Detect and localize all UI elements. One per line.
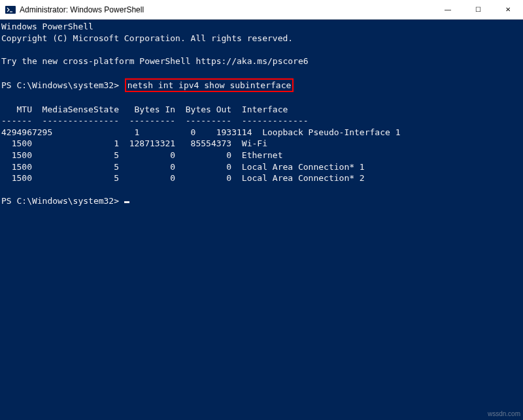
powershell-window: Administrator: Windows PowerShell — ☐ ✕ …	[0, 0, 523, 420]
prompt-line: PS C:\Windows\system32>	[1, 195, 523, 207]
banner-line: Try the new cross-platform PowerShell ht…	[1, 56, 523, 67]
blank-line	[1, 44, 523, 56]
powershell-icon	[5, 5, 16, 15]
banner-line: Windows PowerShell	[1, 21, 523, 33]
prompt-line: PS C:\Windows\system32> netsh int ipv4 s…	[1, 78, 523, 93]
terminal-output[interactable]: Windows PowerShellCopyright (C) Microsof…	[0, 20, 523, 420]
blank-line	[1, 67, 523, 78]
table-row: 1500 5 0 0 Local Area Connection* 1	[1, 161, 523, 173]
prompt-prefix: PS C:\Windows\system32>	[1, 80, 124, 90]
table-row: 4294967295 1 0 1933114 Loopback Pseudo-I…	[1, 127, 523, 138]
cursor	[124, 201, 129, 203]
command-text: netsh int ipv4 show subinterface	[127, 80, 291, 90]
table-row: 1500 5 0 0 Ethernet	[1, 150, 523, 161]
window-controls: — ☐ ✕	[433, 0, 523, 19]
banner-line: Copyright (C) Microsoft Corporation. All…	[1, 33, 523, 44]
svg-rect-0	[5, 6, 16, 14]
maximize-button[interactable]: ☐	[463, 0, 493, 19]
table-row: 1500 5 0 0 Local Area Connection* 2	[1, 172, 523, 184]
highlighted-command: netsh int ipv4 show subinterface	[125, 78, 294, 93]
minimize-button[interactable]: —	[433, 0, 463, 19]
titlebar[interactable]: Administrator: Windows PowerShell — ☐ ✕	[0, 0, 523, 20]
close-button[interactable]: ✕	[493, 0, 523, 19]
blank-line	[1, 92, 523, 104]
table-header: MTU MediaSenseState Bytes In Bytes Out I…	[1, 104, 523, 116]
table-row: 1500 1 128713321 85554373 Wi-Fi	[1, 138, 523, 150]
blank-line	[1, 184, 523, 196]
watermark: wssdn.com	[488, 410, 520, 417]
table-header-dashes: ------ --------------- --------- -------…	[1, 115, 523, 127]
prompt-prefix: PS C:\Windows\system32>	[1, 196, 124, 206]
window-title: Administrator: Windows PowerShell	[20, 5, 433, 14]
